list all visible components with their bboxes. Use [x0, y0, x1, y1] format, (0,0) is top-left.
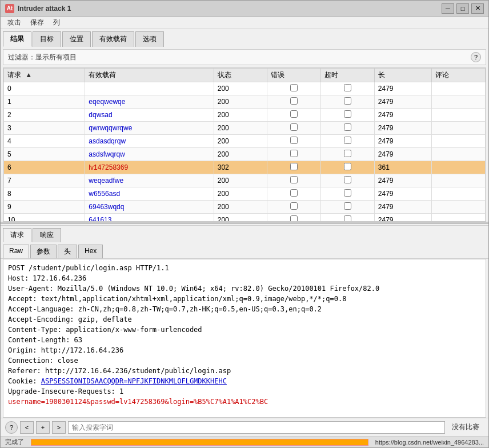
results-table-section: 请求 ▲ 有效载荷 状态 错误 超时 长 评论 0 200 2479 [1, 67, 488, 222]
tab-position[interactable]: 位置 [62, 31, 91, 47]
help-button[interactable]: ? [5, 421, 18, 434]
cell-comment [432, 187, 486, 201]
filter-help-button[interactable]: ? [471, 52, 481, 62]
add-button[interactable]: + [36, 421, 50, 434]
cell-id: 1 [4, 95, 85, 109]
window-title: Intruder attack 1 [18, 5, 442, 13]
sub-tabs: Raw 参数 头 Hex [1, 242, 488, 259]
table-row[interactable]: 1 eqeqwewqe 200 2479 [4, 95, 486, 109]
table-scroll[interactable]: 请求 ▲ 有效载荷 状态 错误 超时 长 评论 0 200 2479 [3, 68, 486, 221]
table-row[interactable]: 5 asdsfwqrqw 200 2479 [4, 148, 486, 161]
table-row[interactable]: 9 69463wqdq 200 2479 [4, 201, 486, 214]
cell-timeout [321, 187, 375, 201]
cell-error [267, 174, 321, 187]
request-line: username=1900301124&passwd=lv147258369&l… [8, 397, 481, 407]
request-line: Content-Length: 63 [8, 335, 481, 345]
table-row[interactable]: 10 641613 200 2479 [4, 214, 486, 222]
table-row[interactable]: 2 dqwsad 200 2479 [4, 109, 486, 122]
col-comment[interactable]: 评论 [432, 69, 486, 82]
cell-payload: 69463wqdq [85, 201, 214, 214]
cell-payload: asdasdqrqw [85, 135, 214, 148]
cell-status: 200 [214, 82, 267, 95]
prev-button[interactable]: < [20, 421, 34, 434]
minimize-button[interactable]: ─ [442, 3, 454, 14]
tab-target[interactable]: 目标 [33, 31, 61, 47]
cell-comment [432, 82, 486, 95]
cell-id: 6 [4, 161, 85, 174]
bottom-controls: ? < + > 没有比赛 [1, 418, 488, 436]
next-button[interactable]: > [52, 421, 66, 434]
request-line: Cookie: ASPSESSIONIDSAACQQDR=NPFJKFIDNKM… [8, 376, 481, 386]
table-row[interactable]: 7 weqeadfwe 200 2479 [4, 174, 486, 187]
tab-response[interactable]: 响应 [33, 228, 61, 242]
tab-results[interactable]: 结果 [3, 31, 31, 47]
cell-error [267, 122, 321, 135]
col-status[interactable]: 状态 [214, 69, 267, 82]
no-match-label: 没有比赛 [447, 422, 484, 432]
table-row[interactable]: 8 w6556asd 200 2479 [4, 187, 486, 201]
search-input[interactable] [68, 421, 445, 434]
results-table: 请求 ▲ 有效载荷 状态 错误 超时 长 评论 0 200 2479 [3, 68, 486, 221]
filter-bar: 过滤器：显示所有项目 ? [3, 49, 486, 65]
filter-label: 过滤器：显示所有项目 [8, 53, 77, 62]
cell-error [267, 161, 321, 174]
cell-timeout [321, 148, 375, 161]
menu-columns[interactable]: 列 [49, 17, 65, 29]
request-line: Accept-Encoding: gzip, deflate [8, 314, 481, 325]
sub-tab-params[interactable]: 参数 [30, 245, 57, 258]
cell-payload: 641613 [85, 214, 214, 222]
cell-id: 5 [4, 148, 85, 161]
cell-error [267, 201, 321, 214]
cell-payload: w6556asd [85, 187, 214, 201]
cell-length: 2479 [374, 201, 432, 214]
maximize-button[interactable]: □ [456, 3, 469, 14]
tab-options[interactable]: 选项 [135, 31, 164, 47]
cell-length: 2479 [374, 174, 432, 187]
cell-status: 200 [214, 201, 267, 214]
cell-length: 2479 [374, 135, 432, 148]
tab-payload[interactable]: 有效载荷 [92, 31, 134, 47]
cell-length: 2479 [374, 109, 432, 122]
table-row[interactable]: 6 lv147258369 302 361 [4, 161, 486, 174]
col-request[interactable]: 请求 ▲ [4, 69, 85, 82]
cell-comment [432, 174, 486, 187]
close-button[interactable]: ✕ [471, 3, 484, 14]
cell-length: 2479 [374, 95, 432, 109]
request-line: Connection: close [8, 355, 481, 366]
cell-status: 200 [214, 122, 267, 135]
cell-comment [432, 161, 486, 174]
cell-id: 10 [4, 214, 85, 222]
cell-timeout [321, 82, 375, 95]
cell-error [267, 82, 321, 95]
cell-error [267, 187, 321, 201]
cell-id: 8 [4, 187, 85, 201]
cell-timeout [321, 122, 375, 135]
col-payload[interactable]: 有效载荷 [85, 69, 214, 82]
tab-request[interactable]: 请求 [3, 228, 31, 242]
col-error[interactable]: 错误 [267, 69, 321, 82]
sub-tab-raw[interactable]: Raw [3, 245, 29, 258]
cell-payload: lv147258369 [85, 161, 214, 174]
cell-status: 200 [214, 174, 267, 187]
col-length[interactable]: 长 [374, 69, 432, 82]
cell-length: 2479 [374, 187, 432, 201]
sub-tab-hex[interactable]: Hex [78, 245, 103, 258]
menu-attack[interactable]: 攻击 [3, 17, 26, 29]
menu-save[interactable]: 保存 [26, 17, 49, 29]
request-line: Accept: text/html,application/xhtml+xml,… [8, 294, 481, 304]
cell-id: 2 [4, 109, 85, 122]
request-line: Origin: http://172.16.64.236 [8, 345, 481, 355]
table-row[interactable]: 0 200 2479 [4, 82, 486, 95]
window-icon: At [5, 4, 14, 13]
table-row[interactable]: 3 qwrwqqwrqwe 200 2479 [4, 122, 486, 135]
request-line: POST /student/public/login.asp HTTP/1.1 [8, 263, 481, 273]
sub-tab-headers[interactable]: 头 [58, 245, 77, 258]
request-line: User-Agent: Mozilla/5.0 (Windows NT 10.0… [8, 283, 481, 294]
cell-payload: weqeadfwe [85, 174, 214, 187]
table-row[interactable]: 4 asdasdqrqw 200 2479 [4, 135, 486, 148]
cell-timeout [321, 201, 375, 214]
col-timeout[interactable]: 超时 [321, 69, 375, 82]
cell-length: 2479 [374, 148, 432, 161]
cell-error [267, 95, 321, 109]
cell-status: 200 [214, 148, 267, 161]
